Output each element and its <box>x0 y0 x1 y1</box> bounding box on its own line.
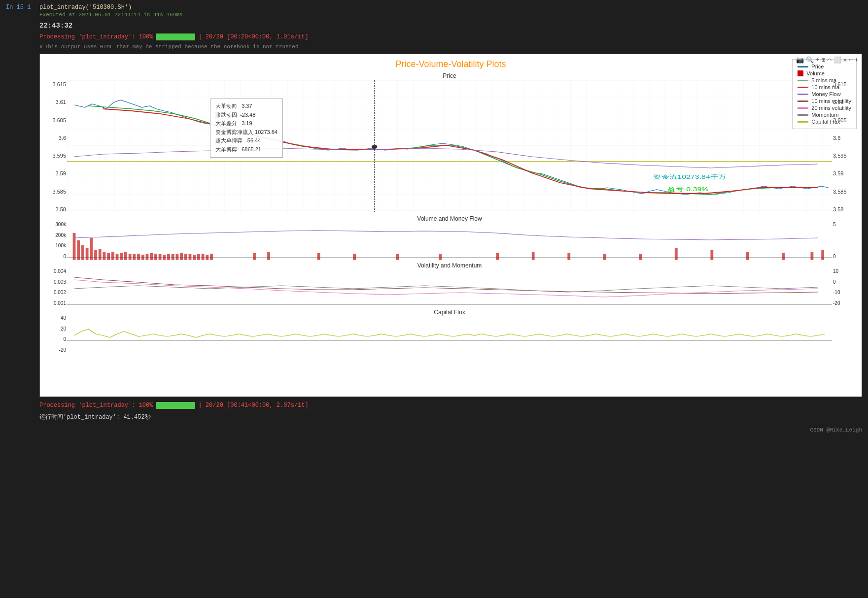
trusted-warning: ∨ This output uses HTML that may be stri… <box>0 42 868 52</box>
svg-rect-44 <box>396 254 399 260</box>
cell-executed: Executed at 2024.06.01 22:44:14 in 41s 4… <box>0 12 868 20</box>
progress-bar-fill-2 <box>156 402 195 409</box>
svg-rect-30 <box>172 254 174 260</box>
tooltip-value1: 3.37 <box>242 103 252 109</box>
grid-icon[interactable]: ⊞ <box>822 56 826 64</box>
flux-svg <box>67 317 832 354</box>
svg-rect-35 <box>193 255 196 260</box>
flux-yaxis-left: 40 20 0 -20 <box>40 308 67 355</box>
svg-rect-52 <box>710 250 713 260</box>
chart-title: Price-Volume-Volatility Plots <box>40 54 862 71</box>
camera-icon[interactable]: 📷 <box>796 56 804 64</box>
download-icon[interactable]: ⬇ <box>855 56 859 64</box>
cross-icon[interactable]: ✕ <box>843 56 847 64</box>
svg-rect-48 <box>567 253 570 260</box>
flux-subchart: 40 20 0 -20 Capital Flux <box>40 308 862 355</box>
svg-rect-38 <box>206 255 208 260</box>
svg-rect-43 <box>353 254 356 260</box>
svg-rect-36 <box>197 254 200 260</box>
svg-rect-51 <box>675 248 678 260</box>
svg-rect-13 <box>99 249 102 260</box>
svg-rect-17 <box>116 254 119 260</box>
svg-rect-11 <box>90 238 93 260</box>
volume-subchart: 300k 200k 100k 0 Volume and Money Flow <box>40 214 862 261</box>
svg-rect-55 <box>810 252 813 260</box>
progress-label-2: Processing 'plot_intraday': 100% <box>39 402 153 409</box>
timestamp: 22:43:32 <box>0 20 868 32</box>
svg-rect-40 <box>253 253 256 260</box>
svg-rect-39 <box>210 254 213 260</box>
box-icon[interactable]: ⬜ <box>833 56 841 64</box>
chart-toolbar: 📷 🔍 + ⊞ ⌒ ⬜ ✕ ↔ ⬇ <box>796 56 859 64</box>
svg-rect-12 <box>94 250 97 260</box>
volatility-subchart: 0.004 0.003 0.002 0.001 Volatility and M… <box>40 261 862 308</box>
price-svg: 资金流10273.84千万 盈亏-0.39% <box>67 80 832 213</box>
progress-label-1: Processing 'plot_intraday': 100% <box>39 33 153 40</box>
svg-rect-10 <box>86 248 89 260</box>
svg-rect-14 <box>103 252 106 260</box>
svg-rect-45 <box>439 254 442 260</box>
volatility-yaxis-right: 10 0 -10 -20 <box>832 261 862 308</box>
legend-price: Price <box>798 64 851 69</box>
zoom-icon[interactable]: 🔍 <box>806 56 814 64</box>
footer: CSDN @Mike_Leigh <box>0 423 868 437</box>
price-subchart-main: Price <box>67 71 832 214</box>
svg-rect-19 <box>124 252 127 260</box>
progress-info-2: | 20/20 [00:41<00:00, 2.07s/it] <box>198 402 308 409</box>
svg-rect-21 <box>133 254 136 260</box>
svg-rect-46 <box>496 253 499 260</box>
flux-yaxis-right <box>832 308 862 355</box>
tooltip-label2: 涨跌动因 <box>215 112 237 118</box>
plus-icon[interactable]: + <box>816 56 820 64</box>
flux-chart-title: Capital Flux <box>67 308 832 317</box>
flux-subchart-main: Capital Flux <box>67 308 832 355</box>
svg-rect-31 <box>175 254 178 260</box>
pan-icon[interactable]: ↔ <box>849 56 853 64</box>
svg-rect-47 <box>532 252 535 260</box>
volume-yaxis-right: 5 0 <box>832 214 862 261</box>
svg-rect-34 <box>189 254 192 260</box>
price-tooltip: 大单动向 3.37 涨跌动因 -23.48 大单差分 3.19 资金博弈净流入 … <box>210 99 283 158</box>
volume-chart-title: Volume and Money Flow <box>67 214 832 223</box>
price-yaxis-right: 3.615 3.61 3.605 3.6 3.595 3.59 3.585 3.… <box>832 71 862 214</box>
tooltip-label4: 资金博弈净流入 <box>215 129 253 135</box>
tooltip-value3: 3.19 <box>242 120 252 126</box>
legend-price-label: Price <box>811 64 824 69</box>
tooltip-label5: 超大单博弈 <box>215 137 243 143</box>
cell-code: plot_intraday('510300.SH') <box>39 4 132 11</box>
cell-header: In 15 1 plot_intraday('510300.SH') <box>0 0 868 12</box>
svg-rect-9 <box>81 245 84 260</box>
tooltip-label6: 大单博弈 <box>215 146 237 152</box>
volume-yaxis-left: 300k 200k 100k 0 <box>40 214 67 261</box>
svg-text:资金流10273.84千万: 资金流10273.84千万 <box>653 174 726 180</box>
volume-subchart-main: Volume and Money Flow <box>67 214 832 261</box>
lasso-icon[interactable]: ⌒ <box>828 56 832 64</box>
price-legend-line <box>798 66 808 67</box>
svg-rect-53 <box>746 252 749 260</box>
svg-rect-50 <box>639 254 642 260</box>
xaxis-container: 09:30:00 09:30:00 09:30:00 09:35:00 09:4… <box>40 355 862 397</box>
svg-rect-27 <box>159 254 162 260</box>
volatility-svg <box>67 270 832 307</box>
volatility-yaxis-left: 0.004 0.003 0.002 0.001 <box>40 261 67 308</box>
svg-rect-54 <box>782 253 785 260</box>
tooltip-label1: 大单动向 <box>215 103 237 109</box>
svg-rect-56 <box>821 250 824 260</box>
tooltip-value6: 6865.21 <box>242 146 261 152</box>
progress-bar-fill-1 <box>156 33 195 40</box>
svg-rect-41 <box>267 252 270 260</box>
svg-rect-33 <box>184 254 187 260</box>
progress-bar-2: Processing 'plot_intraday': 100% | 20/20… <box>0 400 868 411</box>
svg-rect-8 <box>77 240 80 260</box>
chevron-down-icon: ∨ <box>39 43 43 50</box>
svg-rect-42 <box>317 253 320 260</box>
tooltip-value4: 10273.84 <box>255 129 278 135</box>
svg-rect-49 <box>603 254 606 260</box>
tooltip-label3: 大单差分 <box>215 120 237 126</box>
chart-area: 3.615 3.61 3.605 3.6 3.595 3.59 3.585 3.… <box>40 71 862 397</box>
svg-rect-29 <box>167 254 170 260</box>
svg-rect-20 <box>129 254 132 260</box>
cell-label: In 15 1 <box>6 4 35 11</box>
price-subchart: 3.615 3.61 3.605 3.6 3.595 3.59 3.585 3.… <box>40 71 862 214</box>
svg-rect-15 <box>107 253 110 260</box>
